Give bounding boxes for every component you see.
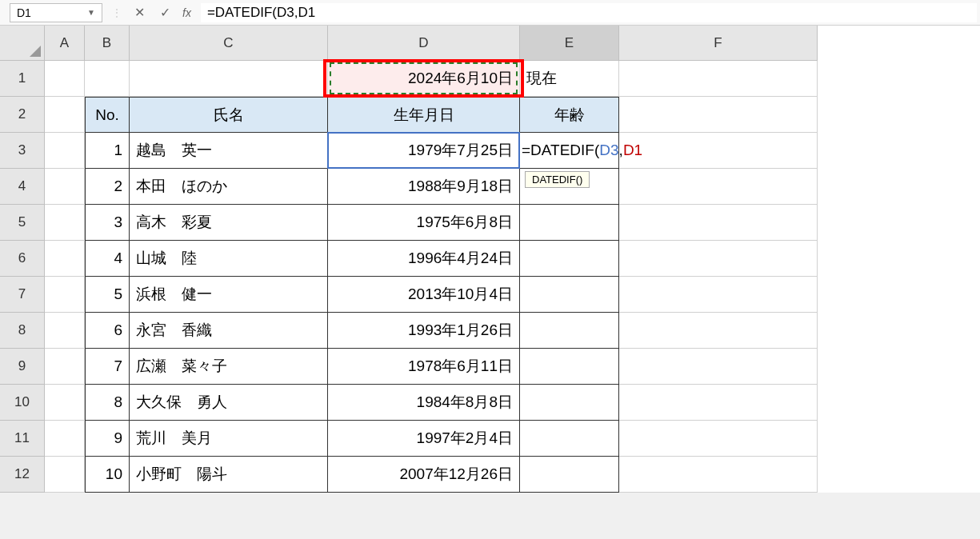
cell-D10[interactable]: 1984年8月8日 — [328, 385, 520, 421]
accept-formula-button[interactable]: ✓ — [157, 5, 173, 20]
row-header-8[interactable]: 8 — [0, 313, 45, 349]
cell-D3[interactable]: 1979年7月25日 — [328, 133, 520, 169]
cell-F1[interactable] — [619, 61, 818, 97]
col-header-E[interactable]: E — [520, 26, 619, 61]
col-header-D[interactable]: D — [328, 26, 520, 61]
cell-F4[interactable] — [619, 169, 818, 205]
cell-A6[interactable] — [45, 241, 85, 277]
cell-C1[interactable] — [130, 61, 328, 97]
cell-D4[interactable]: 1988年9月18日 — [328, 169, 520, 205]
cell-C10[interactable]: 大久保 勇人 — [130, 385, 328, 421]
cell-E3-formula[interactable]: =DATEDIF(D3,D1 DATEDIF() — [520, 133, 619, 169]
cell-C2-header-name[interactable]: 氏名 — [130, 97, 328, 133]
cell-E9[interactable] — [520, 349, 619, 385]
cell-C7[interactable]: 浜根 健一 — [130, 277, 328, 313]
cell-B1[interactable] — [85, 61, 130, 97]
cell-C5[interactable]: 高木 彩夏 — [130, 205, 328, 241]
cell-B4[interactable]: 2 — [85, 169, 130, 205]
cell-D11[interactable]: 1997年2月4日 — [328, 421, 520, 457]
cell-F2[interactable] — [619, 97, 818, 133]
cell-B12[interactable]: 10 — [85, 457, 130, 493]
row-header-2[interactable]: 2 — [0, 97, 45, 133]
name-box-dropdown-icon[interactable]: ▼ — [87, 8, 95, 17]
cell-B5[interactable]: 3 — [85, 205, 130, 241]
cell-C11[interactable]: 荒川 美月 — [130, 421, 328, 457]
cell-A11[interactable] — [45, 421, 85, 457]
fx-icon[interactable]: fx — [182, 6, 191, 19]
cell-A3[interactable] — [45, 133, 85, 169]
cell-D9[interactable]: 1978年6月11日 — [328, 349, 520, 385]
cell-E11[interactable] — [520, 421, 619, 457]
row-header-11[interactable]: 11 — [0, 421, 45, 457]
row-header-5[interactable]: 5 — [0, 205, 45, 241]
row-header-12[interactable]: 12 — [0, 457, 45, 493]
cell-C9[interactable]: 広瀬 菜々子 — [130, 349, 328, 385]
cell-B9[interactable]: 7 — [85, 349, 130, 385]
formula-input[interactable] — [201, 3, 977, 22]
cell-E8[interactable] — [520, 313, 619, 349]
cell-D6[interactable]: 1996年4月24日 — [328, 241, 520, 277]
cell-A2[interactable] — [45, 97, 85, 133]
cell-A8[interactable] — [45, 313, 85, 349]
cell-B7[interactable]: 5 — [85, 277, 130, 313]
cell-F11[interactable] — [619, 421, 818, 457]
cell-C3[interactable]: 越島 英一 — [130, 133, 328, 169]
cell-F9[interactable] — [619, 349, 818, 385]
cell-F12[interactable] — [619, 457, 818, 493]
col-header-C[interactable]: C — [130, 26, 328, 61]
name-box[interactable]: D1 ▼ — [10, 3, 102, 22]
cell-A4[interactable] — [45, 169, 85, 205]
cell-A12[interactable] — [45, 457, 85, 493]
cell-B3[interactable]: 1 — [85, 133, 130, 169]
cell-F7[interactable] — [619, 277, 818, 313]
cell-D8[interactable]: 1993年1月26日 — [328, 313, 520, 349]
cell-E6[interactable] — [520, 241, 619, 277]
cell-B11[interactable]: 9 — [85, 421, 130, 457]
cell-B6[interactable]: 4 — [85, 241, 130, 277]
cell-F10[interactable] — [619, 385, 818, 421]
spreadsheet-grid: A B C D E F 1 2024年6月10日 現在 — [0, 26, 980, 493]
cell-F3[interactable] — [619, 133, 818, 169]
cell-D7[interactable]: 2013年10月4日 — [328, 277, 520, 313]
cell-B8[interactable]: 6 — [85, 313, 130, 349]
row-header-1[interactable]: 1 — [0, 61, 45, 97]
cell-B2-header-no[interactable]: No. — [85, 97, 130, 133]
cell-A5[interactable] — [45, 205, 85, 241]
row-header-4[interactable]: 4 — [0, 169, 45, 205]
row-header-10[interactable]: 10 — [0, 385, 45, 421]
select-all-corner[interactable] — [0, 26, 45, 61]
cell-C12[interactable]: 小野町 陽斗 — [130, 457, 328, 493]
cell-F8[interactable] — [619, 313, 818, 349]
current-date-value: 2024年6月10日 — [408, 68, 513, 89]
cell-D12[interactable]: 2007年12月26日 — [328, 457, 520, 493]
formula-bar: D1 ▼ ⋮ ✕ ✓ fx — [0, 0, 980, 26]
cell-C4[interactable]: 本田 ほのか — [130, 169, 328, 205]
cancel-formula-button[interactable]: ✕ — [131, 5, 147, 20]
cell-A9[interactable] — [45, 349, 85, 385]
cell-E12[interactable] — [520, 457, 619, 493]
cell-A10[interactable] — [45, 385, 85, 421]
col-header-B[interactable]: B — [85, 26, 130, 61]
cell-B10[interactable]: 8 — [85, 385, 130, 421]
cell-F5[interactable] — [619, 205, 818, 241]
row-header-9[interactable]: 9 — [0, 349, 45, 385]
row-header-6[interactable]: 6 — [0, 241, 45, 277]
cell-A1[interactable] — [45, 61, 85, 97]
cell-D2-header-birth[interactable]: 生年月日 — [328, 97, 520, 133]
cell-E1[interactable]: 現在 — [520, 61, 619, 97]
row-header-3[interactable]: 3 — [0, 133, 45, 169]
cell-E7[interactable] — [520, 277, 619, 313]
cell-D1[interactable]: 2024年6月10日 — [328, 61, 520, 97]
cell-A7[interactable] — [45, 277, 85, 313]
formula-ref-d1: D1 — [623, 142, 642, 158]
row-header-7[interactable]: 7 — [0, 277, 45, 313]
cell-F6[interactable] — [619, 241, 818, 277]
cell-D5[interactable]: 1975年6月8日 — [328, 205, 520, 241]
cell-C8[interactable]: 永宮 香織 — [130, 313, 328, 349]
cell-C6[interactable]: 山城 陸 — [130, 241, 328, 277]
cell-E2-header-age[interactable]: 年齢 — [520, 97, 619, 133]
col-header-A[interactable]: A — [45, 26, 85, 61]
cell-E10[interactable] — [520, 385, 619, 421]
cell-E5[interactable] — [520, 205, 619, 241]
col-header-F[interactable]: F — [619, 26, 818, 61]
